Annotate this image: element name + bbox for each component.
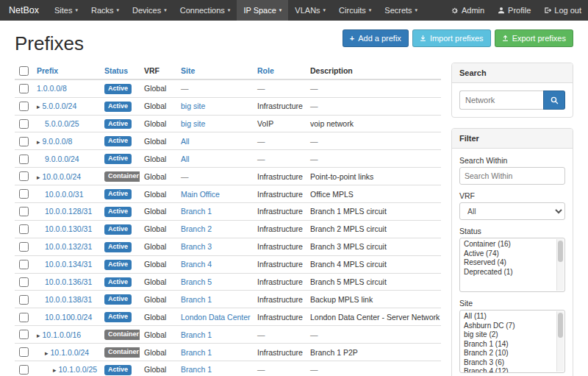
import-prefixes-button[interactable]: Import prefixes — [412, 29, 491, 47]
log-out-link[interactable]: Log out — [537, 0, 588, 21]
row-checkbox[interactable] — [19, 189, 29, 199]
site-link[interactable]: Branch 1 — [181, 348, 212, 357]
site-filter-option[interactable]: Branch 1 (14) — [462, 340, 554, 350]
row-checkbox[interactable] — [19, 119, 29, 129]
nav-item-devices[interactable]: Devices▾ — [126, 0, 173, 21]
status-filter-option[interactable]: Container (16) — [462, 240, 554, 249]
site-link[interactable]: Main Office — [181, 190, 220, 199]
row-checkbox[interactable] — [19, 295, 29, 305]
site-link[interactable]: London Data Center — [181, 313, 251, 322]
site-link[interactable]: Branch 1 — [181, 295, 212, 304]
site-link[interactable]: Branch 1 — [181, 330, 212, 339]
site-label: Site — [459, 299, 565, 308]
row-checkbox[interactable] — [19, 330, 29, 339]
expand-caret-icon[interactable]: ▸ — [37, 174, 40, 181]
nav-item-secrets[interactable]: Secrets▾ — [378, 0, 424, 21]
prefix-link[interactable]: 10.0.0.130/31 — [45, 224, 92, 233]
status-filter-option[interactable]: Active (74) — [462, 249, 554, 259]
brand-logo[interactable]: NetBox — [0, 0, 48, 21]
nav-item-ip-space[interactable]: IP Space▾ — [237, 0, 288, 21]
scrollbar[interactable] — [556, 239, 564, 291]
search-button[interactable] — [543, 91, 565, 110]
checkbox-cell — [15, 361, 32, 376]
prefix-link[interactable]: 10.0.0.134/31 — [45, 260, 92, 269]
prefix-link[interactable]: 1.0.0.0/8 — [37, 84, 67, 93]
site-filter-option[interactable]: Branch 3 (6) — [462, 358, 554, 368]
site-filter-option[interactable]: Branch 2 (10) — [462, 349, 554, 358]
row-checkbox[interactable] — [19, 84, 29, 93]
column-sort-link[interactable]: Site — [181, 66, 195, 75]
row-checkbox[interactable] — [19, 171, 29, 181]
row-checkbox[interactable] — [19, 137, 29, 146]
row-checkbox[interactable] — [19, 242, 29, 252]
nav-item-racks[interactable]: Racks▾ — [85, 0, 126, 21]
status-filter-option[interactable]: Reserved (4) — [462, 258, 554, 268]
site-link[interactable]: All — [181, 155, 190, 163]
row-checkbox[interactable] — [19, 207, 29, 216]
nav-item-label: Profile — [508, 6, 531, 15]
row-checkbox[interactable] — [19, 224, 29, 234]
site-filter-option[interactable]: big site (2) — [462, 330, 554, 340]
row-checkbox[interactable] — [19, 277, 29, 287]
prefix-link[interactable]: 9.0.0.0/24 — [45, 155, 79, 163]
site-cell: Branch 4 — [176, 255, 253, 273]
nav-item-connections[interactable]: Connections▾ — [173, 0, 237, 21]
scrollbar-thumb[interactable] — [558, 313, 563, 338]
column-sort-link[interactable]: Role — [257, 66, 274, 75]
site-link[interactable]: big site — [181, 102, 205, 110]
site-link[interactable]: Branch 2 — [181, 224, 212, 233]
prefix-link[interactable]: 10.0.0.0/31 — [45, 190, 84, 199]
profile-link[interactable]: Profile — [491, 0, 537, 21]
export-prefixes-button[interactable]: Export prefixes — [495, 29, 573, 47]
expand-caret-icon[interactable]: ▸ — [37, 138, 40, 146]
prefix-link[interactable]: 10.1.0.0/16 — [43, 330, 82, 339]
checkbox-cell — [15, 97, 32, 115]
search-within-input[interactable] — [459, 167, 565, 185]
vrf-select[interactable]: All — [459, 202, 565, 220]
scrollbar-thumb[interactable] — [558, 241, 563, 262]
prefix-link[interactable]: 5.0.0.0/24 — [43, 102, 77, 110]
admin-link[interactable]: Admin — [444, 0, 491, 21]
site-link[interactable]: Branch 1 — [181, 207, 212, 216]
row-checkbox[interactable] — [19, 260, 29, 269]
nav-item-vlans[interactable]: VLANs▾ — [288, 0, 332, 21]
site-filter-option[interactable]: All (11) — [462, 312, 554, 322]
description-cell: — — [306, 150, 441, 168]
prefix-link[interactable]: 10.0.0.128/31 — [45, 207, 92, 216]
prefix-link[interactable]: 10.0.0.136/31 — [45, 277, 92, 286]
row-checkbox[interactable] — [19, 365, 29, 375]
column-sort-link[interactable]: Prefix — [37, 66, 58, 75]
prefix-link[interactable]: 5.0.0.0/25 — [45, 119, 79, 128]
site-link[interactable]: Branch 5 — [181, 277, 212, 286]
prefix-link[interactable]: 9.0.0.0/8 — [43, 137, 73, 146]
site-link[interactable]: All — [181, 137, 190, 146]
row-checkbox[interactable] — [19, 102, 29, 111]
prefix-link[interactable]: 10.0.0.132/31 — [45, 242, 92, 251]
expand-caret-icon[interactable]: ▸ — [53, 366, 57, 374]
row-checkbox[interactable] — [19, 313, 29, 322]
prefix-link[interactable]: 10.0.100.0/24 — [45, 313, 92, 322]
expand-caret-icon[interactable]: ▸ — [45, 350, 49, 357]
site-filter-option[interactable]: Ashburn DC (7) — [462, 322, 554, 331]
prefix-link[interactable]: 10.1.0.0/25 — [59, 365, 98, 374]
search-input[interactable] — [459, 91, 543, 110]
add-prefix-button[interactable]: + Add a prefix — [343, 29, 409, 47]
nav-item-sites[interactable]: Sites▾ — [48, 0, 85, 21]
row-checkbox[interactable] — [19, 347, 29, 357]
site-link[interactable]: Branch 4 — [181, 260, 212, 269]
site-link[interactable]: Branch 1 — [181, 365, 212, 374]
prefix-link[interactable]: 10.1.0.0/24 — [51, 348, 90, 357]
select-all-checkbox[interactable] — [19, 66, 29, 76]
site-link[interactable]: big site — [181, 119, 205, 128]
scrollbar[interactable] — [556, 311, 564, 372]
expand-caret-icon[interactable]: ▸ — [37, 332, 40, 339]
nav-item-circuits[interactable]: Circuits▾ — [332, 0, 378, 21]
column-sort-link[interactable]: Status — [104, 66, 128, 75]
row-checkbox[interactable] — [19, 155, 29, 164]
prefix-link[interactable]: 10.0.0.138/31 — [45, 295, 92, 304]
prefix-link[interactable]: 10.0.0.0/24 — [43, 172, 82, 181]
site-filter-option[interactable]: Branch 4 (12) — [462, 367, 554, 373]
status-filter-option[interactable]: Deprecated (1) — [462, 268, 554, 277]
expand-caret-icon[interactable]: ▸ — [37, 103, 40, 110]
site-link[interactable]: Branch 3 — [181, 242, 212, 251]
